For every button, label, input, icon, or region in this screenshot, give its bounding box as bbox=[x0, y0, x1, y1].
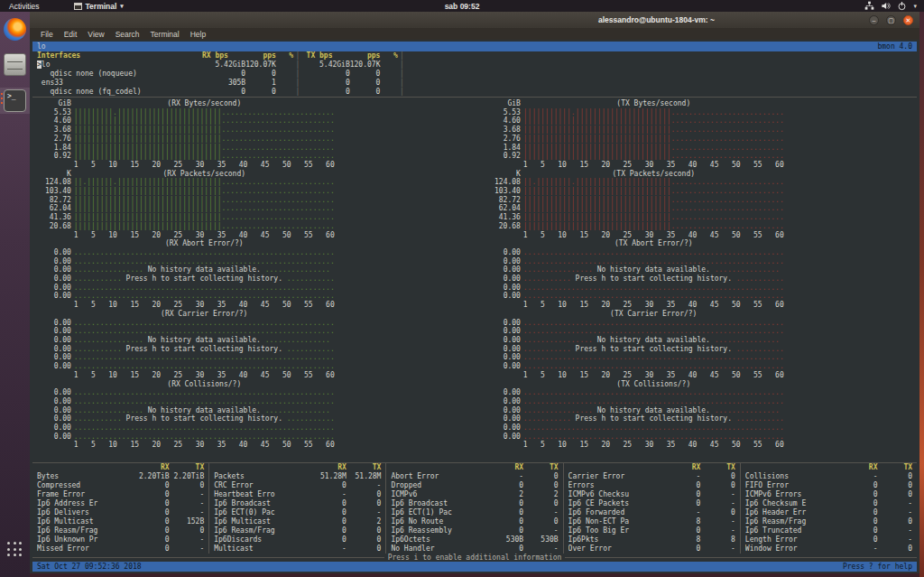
menu-edit[interactable]: Edit bbox=[59, 30, 83, 39]
stat-row: Over Error0- bbox=[568, 544, 735, 554]
graph-bars: ................ No history data availab… bbox=[74, 265, 330, 275]
graphs: GiB(RX Bytes/second)5.53|||||||||.||||||… bbox=[32, 99, 917, 450]
graph-row: 62.04||||||||||||||||||||||||||||||||||.… bbox=[45, 204, 475, 213]
stat-row: Ip6 Broadcast00 bbox=[391, 499, 558, 508]
graph-row: 0.00........... Press h to start collect… bbox=[45, 345, 475, 354]
y-axis-label: 0.00 bbox=[45, 336, 71, 345]
stat-rx-value: - bbox=[311, 544, 346, 554]
terminal-icon[interactable]: >_ bbox=[4, 89, 26, 112]
stat-rx-value: 0 bbox=[134, 544, 170, 554]
graph-row: 0.00....................................… bbox=[494, 248, 917, 257]
rx-pps-value: 0 bbox=[245, 70, 276, 79]
stat-tx-value: 2 bbox=[523, 490, 559, 499]
activities-button[interactable]: Activities bbox=[0, 2, 49, 11]
window-titlebar[interactable]: alessandro@ubuntu-1804-vm: ~ – ▢ ✕ bbox=[30, 12, 919, 28]
stat-rx-value: 0 bbox=[843, 490, 878, 499]
bar-segment: ........... bbox=[287, 275, 335, 283]
stat-rx-value: - bbox=[666, 508, 701, 517]
stat-label: Ip6 Forwarded bbox=[568, 508, 666, 517]
stat-tx-value: 0 bbox=[346, 544, 382, 554]
system-tray[interactable]: ▾ bbox=[864, 1, 924, 11]
stat-row: Ip6Pkts88 bbox=[568, 535, 735, 544]
graph-bars: ........................................… bbox=[523, 248, 784, 257]
stat-label: No Handler bbox=[391, 544, 488, 554]
graph-row: 0.92||||||||||||||||||||||||||||||||||..… bbox=[45, 152, 475, 161]
graph-row: 0.00........... Press h to start collect… bbox=[45, 414, 475, 423]
bar-segment: ........................................… bbox=[74, 397, 335, 405]
stat-tx-value: - bbox=[170, 544, 205, 554]
app-menu[interactable]: Terminal ▾ bbox=[74, 2, 124, 11]
bar-segment: ........... bbox=[736, 414, 784, 423]
stat-rx-value: 8 bbox=[666, 535, 701, 544]
clock[interactable]: sab 09:52 bbox=[0, 2, 924, 11]
tx-bps-value: 5.42GiB bbox=[302, 60, 350, 70]
interface-row[interactable]: ens33305B1│00│ bbox=[37, 79, 917, 88]
graph-row: 0.00....................................… bbox=[45, 327, 475, 336]
y-axis-label: 3.68 bbox=[494, 126, 521, 135]
column-separator: │ bbox=[293, 51, 302, 60]
graph-title-row: GiB(TX Bytes/second) bbox=[494, 99, 917, 108]
column-separator: │ bbox=[398, 88, 407, 97]
graph-message: No history data available. bbox=[593, 336, 715, 344]
show-applications-icon[interactable] bbox=[5, 540, 25, 560]
stat-label: Bytes bbox=[37, 472, 134, 481]
stat-row: Bytes2.20TiB2.20TiB bbox=[37, 472, 204, 481]
stat-label: Packets bbox=[214, 472, 311, 481]
minimize-button[interactable]: – bbox=[869, 15, 879, 25]
graph-row: 82.72||||||||||||||||||||||||||||||||||.… bbox=[494, 196, 917, 205]
stat-label: Errors bbox=[568, 481, 666, 490]
menu-help[interactable]: Help bbox=[185, 30, 211, 39]
stat-tx-value: - bbox=[523, 544, 559, 554]
stat-tx-value: - bbox=[700, 526, 735, 535]
bar-segment: ||||||||||||||||||||||||||||||||||......… bbox=[74, 204, 335, 212]
bar-segment: ||||||||||||||||||||||||||||||||||......… bbox=[523, 187, 784, 195]
stat-label: Collisions bbox=[745, 472, 843, 481]
graph-row: 5.53|||||||||.||||||||||||||||||||||||..… bbox=[45, 108, 475, 117]
y-axis-label: 62.04 bbox=[45, 204, 71, 213]
graph-bars: ||||||||||||||||||||||||||||||||||......… bbox=[74, 213, 335, 222]
stat-row: Ip6 Reassembly0- bbox=[391, 526, 558, 535]
bar-segment: ........... bbox=[74, 414, 122, 423]
close-button[interactable]: ✕ bbox=[903, 15, 913, 25]
stat-rx-value: 8 bbox=[666, 517, 701, 526]
graph-tx-collisions: (TX Collisions/?)0.00...................… bbox=[494, 380, 917, 451]
graph-row: 1.84||||||||||||||||||||||||||||||||||..… bbox=[45, 144, 475, 153]
graph-rx-bytes-second: GiB(RX Bytes/second)5.53|||||||||.||||||… bbox=[45, 99, 475, 170]
tx-pps-value: 0 bbox=[350, 88, 381, 97]
tx-pps-value: 120.07K bbox=[350, 60, 381, 70]
graph-title-row: (RX Collisions/?) bbox=[45, 380, 475, 389]
graph-row: 0.00....................................… bbox=[494, 353, 917, 362]
stat-tx-value: 0 bbox=[346, 526, 382, 535]
interface-row[interactable]: qdisc none (noqueue)00│00│ bbox=[37, 70, 917, 79]
files-icon[interactable] bbox=[4, 53, 26, 76]
stat-rx-value: 0 bbox=[489, 481, 524, 490]
stat-tx-value: 51.28M bbox=[346, 472, 382, 481]
maximize-button[interactable]: ▢ bbox=[886, 15, 896, 25]
stat-row: Ip6 Header Err0- bbox=[745, 508, 912, 517]
menu-terminal[interactable]: Terminal bbox=[145, 30, 185, 39]
firefox-icon[interactable] bbox=[4, 18, 26, 41]
rx-pct-value bbox=[276, 60, 293, 70]
stat-tx-value: - bbox=[877, 508, 912, 517]
stat-tx-value: 0 bbox=[523, 517, 559, 526]
tx-bps-value: 0 bbox=[302, 88, 350, 97]
stat-tx-value: 2 bbox=[346, 517, 382, 526]
stat-rx-value: 0 bbox=[489, 517, 524, 526]
tx-pct-value bbox=[380, 79, 397, 88]
interface-row[interactable]: qdisc none (fq_codel)00│00│ bbox=[37, 88, 917, 97]
bar-segment: ........................................… bbox=[523, 423, 784, 432]
bar-segment: ........................................… bbox=[523, 327, 784, 335]
menu-search[interactable]: Search bbox=[110, 30, 145, 39]
y-axis-label: 5.53 bbox=[45, 108, 71, 117]
graph-row: 41.36||||||||||||||||||||||||||||||||||.… bbox=[494, 213, 917, 222]
stat-tx-value: 0 bbox=[523, 481, 559, 490]
menu-file[interactable]: File bbox=[35, 30, 59, 39]
interface-row[interactable]: >lo5.42GiB120.07K│5.42GiB120.07K│ bbox=[37, 60, 917, 70]
bar-segment: ||||||||||||||||||||||||||||||||||......… bbox=[523, 204, 784, 212]
graph-bars: ........................................… bbox=[523, 257, 784, 266]
menu-view[interactable]: View bbox=[82, 30, 109, 39]
graph-row: 0.00....................................… bbox=[494, 284, 917, 293]
y-axis-label: 0.00 bbox=[45, 327, 71, 336]
y-axis-label: 2.76 bbox=[494, 135, 521, 144]
graph-axis-row: 1 5 10 15 20 25 30 35 40 45 50 55 60 bbox=[45, 161, 475, 170]
